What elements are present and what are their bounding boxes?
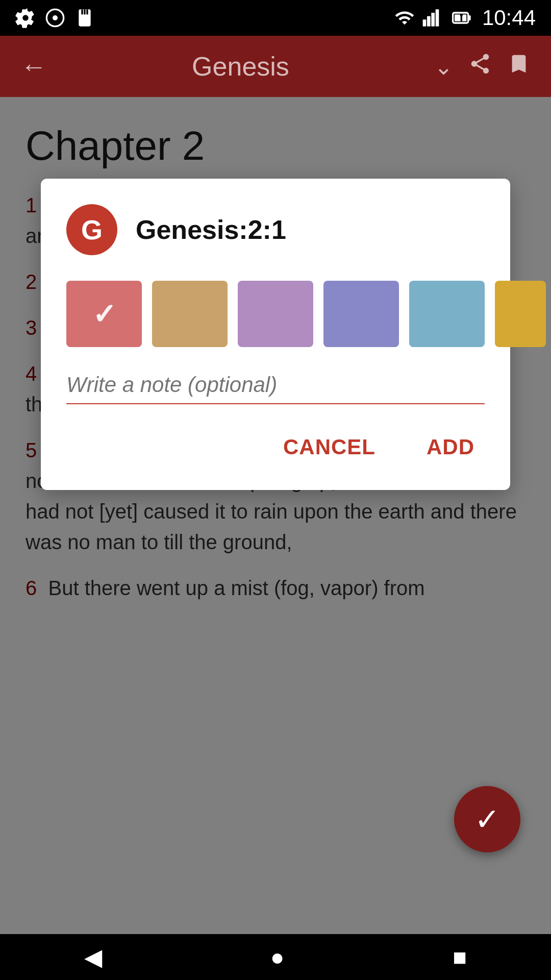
nav-back-button[interactable]: ◀ <box>84 943 102 971</box>
dialog-header: G Genesis:2:1 <box>66 204 485 255</box>
svg-rect-3 <box>81 9 83 14</box>
wifi-icon <box>394 8 415 28</box>
sd-card-icon <box>74 8 95 28</box>
svg-point-1 <box>53 15 58 20</box>
circle-dots-icon <box>45 8 65 28</box>
nav-home-button[interactable]: ● <box>270 943 285 971</box>
svg-rect-5 <box>86 9 88 14</box>
svg-rect-7 <box>427 16 431 27</box>
dialog-buttons: CANCEL ADD <box>66 430 485 464</box>
dialog-avatar: G <box>66 204 117 255</box>
svg-rect-4 <box>84 9 85 14</box>
note-input-wrapper <box>66 373 485 404</box>
status-bar-right: 10:44 <box>394 6 536 30</box>
highlight-dialog: G Genesis:2:1 CANCEL ADD <box>41 179 510 490</box>
share-button[interactable] <box>468 52 492 81</box>
svg-rect-8 <box>431 13 435 27</box>
nav-recent-button[interactable]: ■ <box>453 943 467 971</box>
color-swatch-gold[interactable] <box>495 281 546 347</box>
app-bar: ← Genesis ⌄ <box>0 36 551 97</box>
svg-rect-6 <box>423 19 427 26</box>
app-bar-title: Genesis <box>62 51 419 82</box>
dialog-title: Genesis:2:1 <box>136 214 286 245</box>
color-swatches <box>66 281 485 347</box>
svg-rect-11 <box>468 15 471 20</box>
note-input[interactable] <box>66 373 485 397</box>
color-swatch-steel-blue[interactable] <box>409 281 485 347</box>
signal-icon <box>422 8 442 28</box>
add-button[interactable]: ADD <box>416 430 485 464</box>
color-swatch-periwinkle[interactable] <box>323 281 399 347</box>
status-bar: 10:44 <box>0 0 551 36</box>
status-bar-left <box>15 8 95 28</box>
cancel-button[interactable]: CANCEL <box>273 430 386 464</box>
color-swatch-pink[interactable] <box>66 281 142 347</box>
color-swatch-tan[interactable] <box>152 281 228 347</box>
fab-check-icon: ✓ <box>474 801 500 837</box>
nav-bar: ◀ ● ■ <box>0 934 551 980</box>
battery-icon <box>449 8 475 28</box>
main-content: Chapter 2 1 THUS THE heavens and the ear… <box>0 97 551 934</box>
dropdown-button[interactable]: ⌄ <box>434 54 453 80</box>
bookmark-button[interactable] <box>507 52 531 81</box>
fab-button[interactable]: ✓ <box>454 786 520 852</box>
status-time: 10:44 <box>482 6 536 30</box>
color-swatch-mauve[interactable] <box>238 281 313 347</box>
svg-rect-9 <box>436 9 439 26</box>
settings-icon <box>15 8 36 28</box>
back-button[interactable]: ← <box>20 51 47 82</box>
